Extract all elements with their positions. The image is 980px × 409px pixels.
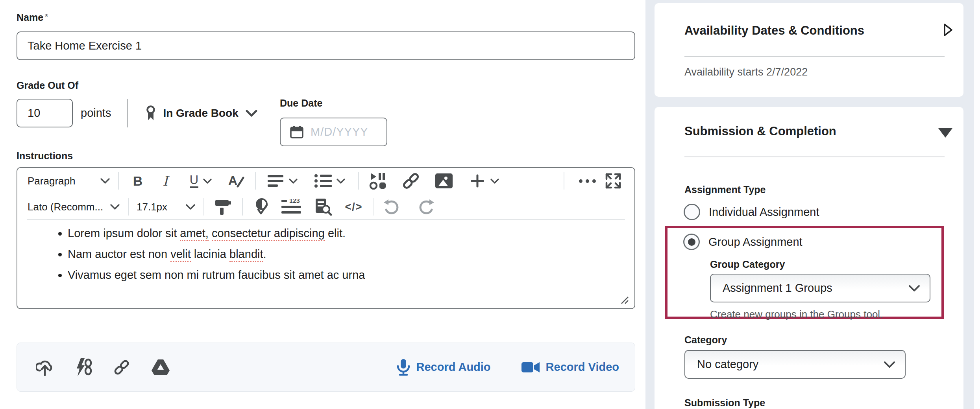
bold-button[interactable]: B <box>127 171 149 191</box>
font-size-dropdown[interactable]: 17.1px <box>137 197 196 217</box>
paragraph-style-value: Paragraph <box>28 175 75 187</box>
word-count-button[interactable]: 123 <box>281 197 303 217</box>
toolbar-divider <box>128 198 129 216</box>
word-count-icon: 123 <box>281 199 303 215</box>
redo-button[interactable] <box>414 197 436 217</box>
individual-assignment-radio[interactable]: Individual Assignment <box>684 204 819 220</box>
category-select[interactable]: No category <box>684 350 906 379</box>
group-assignment-radio[interactable]: Group Assignment <box>683 234 802 250</box>
calendar-icon <box>289 125 304 140</box>
alignment-dropdown-button[interactable] <box>264 171 301 191</box>
availability-title: Availability Dates & Conditions <box>684 24 864 38</box>
attach-weblink-button[interactable] <box>113 359 130 376</box>
font-color-icon: A <box>227 172 245 190</box>
submission-card: Submission & Completion Assignment Type … <box>655 107 963 409</box>
attach-existing-activity-button[interactable] <box>75 358 92 376</box>
microphone-icon <box>397 359 410 376</box>
resize-handle[interactable] <box>619 295 629 304</box>
insert-stuff-icon <box>369 172 386 190</box>
chevron-down-icon <box>100 178 110 184</box>
submission-type-label: Submission Type <box>684 397 765 409</box>
submission-title: Submission & Completion <box>684 124 836 138</box>
font-family-dropdown[interactable]: Lato (Recomm... <box>28 197 120 217</box>
accessibility-checker-button[interactable] <box>251 197 273 217</box>
chevron-down-icon <box>908 284 920 292</box>
list-dropdown-button[interactable] <box>309 171 350 191</box>
preview-document-icon <box>314 198 332 216</box>
editor-toolbar-row-2: Lato (Recomm... 17.1px <box>17 194 634 220</box>
paint-roller-icon <box>214 198 232 216</box>
group-category-select[interactable]: Assignment 1 Groups <box>710 274 930 302</box>
attachments-bar: Record Audio Record Video <box>17 343 635 392</box>
availability-status: Availability starts 2/7/2022 <box>684 66 808 78</box>
toolbar-content-separator <box>27 219 625 220</box>
video-camera-icon <box>521 361 540 374</box>
points-label: points <box>81 107 111 120</box>
bold-icon: B <box>133 173 143 189</box>
more-actions-button[interactable] <box>576 171 598 191</box>
grade-points-input[interactable] <box>17 99 73 127</box>
group-assignment-label: Group Assignment <box>708 236 802 249</box>
fullscreen-button[interactable] <box>602 171 624 191</box>
font-size-value: 17.1px <box>137 201 167 213</box>
link-icon <box>401 171 420 190</box>
insert-stuff-button[interactable] <box>367 171 389 191</box>
source-code-button[interactable]: </> <box>343 197 365 217</box>
toolbar-divider <box>358 172 359 190</box>
cloud-upload-icon <box>36 359 54 376</box>
chevron-down-icon <box>246 109 257 117</box>
insert-link-button[interactable] <box>400 171 422 191</box>
bullet-list-icon <box>314 174 332 188</box>
group-assignment-highlight: Group Assignment Group Category Assignme… <box>665 226 944 319</box>
submission-collapse-button[interactable] <box>937 127 953 138</box>
svg-text:A: A <box>228 173 237 188</box>
name-input[interactable] <box>17 31 635 60</box>
editor-content-area[interactable]: Lorem ipsum dolor sit amet, consectetur … <box>18 223 634 281</box>
font-color-button[interactable]: A <box>225 171 247 191</box>
record-audio-button[interactable]: Record Audio <box>397 359 491 376</box>
insert-image-button[interactable] <box>433 171 455 191</box>
google-drive-button[interactable] <box>152 359 170 375</box>
individual-assignment-label: Individual Assignment <box>709 206 819 219</box>
paragraph-style-dropdown[interactable]: Paragraph <box>28 171 110 191</box>
fullscreen-icon <box>605 173 621 189</box>
chevron-down-icon <box>289 178 298 184</box>
preview-button[interactable] <box>312 197 334 217</box>
chevron-down-icon <box>490 178 499 184</box>
format-painter-button[interactable] <box>212 197 234 217</box>
record-video-button[interactable]: Record Video <box>521 361 619 374</box>
scrollbar-track[interactable] <box>974 0 980 409</box>
toolbar-divider <box>242 198 243 216</box>
image-icon <box>435 173 453 188</box>
card-divider <box>684 56 945 57</box>
underline-dropdown-button[interactable]: U <box>182 171 220 191</box>
in-grade-book-button[interactable]: In Grade Book <box>145 105 257 121</box>
record-video-label: Record Video <box>546 361 619 374</box>
category-value: No category <box>697 358 758 371</box>
italic-button[interactable]: I <box>154 171 176 191</box>
due-date-input[interactable]: M/D/YYYY <box>280 118 387 146</box>
plus-icon <box>471 174 484 188</box>
insert-other-dropdown-button[interactable] <box>464 171 505 191</box>
availability-expand-button[interactable] <box>943 23 953 37</box>
editor-toolbar-row-1: Paragraph B I U A <box>17 168 634 194</box>
rich-text-editor: Paragraph B I U A <box>17 167 635 309</box>
category-label: Category <box>684 334 727 346</box>
name-label-text: Name <box>17 12 43 23</box>
chevron-down-icon <box>110 204 120 210</box>
name-label: Name* <box>17 12 48 23</box>
assignment-editor-main: Name* Grade Out Of points In Grade Book … <box>0 0 645 409</box>
settings-panel: Availability Dates & Conditions Availabi… <box>645 0 980 409</box>
due-date-placeholder: M/D/YYYY <box>311 125 368 138</box>
record-audio-label: Record Audio <box>416 361 491 374</box>
editor-bullet: Vivamus eget sem non mi rutrum faucibus … <box>68 265 634 281</box>
instructions-label: Instructions <box>17 150 73 162</box>
radio-selected-icon <box>683 234 700 250</box>
group-category-helper: Create new groups in the Groups tool. <box>710 308 883 321</box>
ribbon-icon <box>145 105 157 121</box>
chevron-down-icon <box>337 178 345 184</box>
radio-unselected-icon <box>684 204 700 220</box>
undo-button[interactable] <box>381 197 403 217</box>
italic-icon: I <box>163 173 168 189</box>
upload-button[interactable] <box>36 359 54 376</box>
